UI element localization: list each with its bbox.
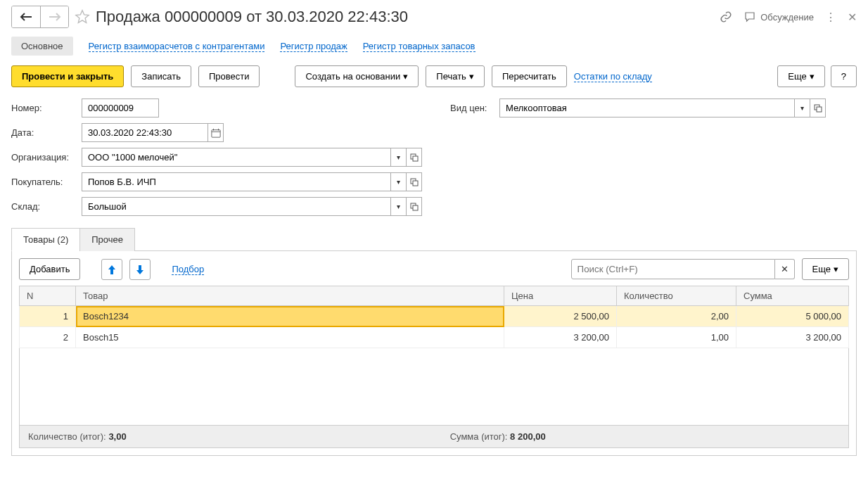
link-icon[interactable]	[720, 11, 732, 23]
search-clear-icon[interactable]: ✕	[775, 259, 795, 279]
cell-qty[interactable]: 2,00	[617, 306, 736, 327]
cell-sum[interactable]: 3 200,00	[736, 327, 849, 348]
svg-rect-9	[413, 205, 418, 210]
dropdown-icon[interactable]: ▾	[391, 172, 407, 191]
back-button[interactable]	[12, 6, 40, 27]
help-button[interactable]: ?	[831, 65, 857, 87]
org-input[interactable]	[82, 148, 391, 167]
cell-sum[interactable]: 5 000,00	[736, 306, 849, 327]
create-based-button[interactable]: Создать на основании ▾	[295, 65, 419, 87]
print-button[interactable]: Печать ▾	[426, 65, 485, 87]
goods-table: N Товар Цена Количество Сумма 1 Bosch123…	[19, 286, 849, 348]
create-based-label: Создать на основании	[305, 71, 400, 82]
qty-total-label: Количество (итог):	[28, 431, 106, 442]
stock-balance-link[interactable]: Остатки по складу	[574, 71, 652, 82]
dropdown-icon[interactable]: ▾	[391, 197, 407, 216]
table-row[interactable]: 1 Bosch1234 2 500,00 2,00 5 000,00	[20, 306, 849, 327]
open-icon[interactable]	[407, 148, 422, 167]
write-button[interactable]: Записать	[131, 65, 191, 87]
svg-rect-7	[413, 181, 418, 186]
more-button[interactable]: Еще ▾	[777, 65, 824, 87]
col-sum[interactable]: Сумма	[736, 286, 849, 306]
number-input[interactable]	[82, 98, 159, 117]
cell-n[interactable]: 1	[20, 306, 76, 327]
svg-rect-0	[211, 129, 219, 137]
move-down-button[interactable]	[129, 259, 151, 280]
cell-n[interactable]: 2	[20, 327, 76, 348]
nav-reg-settlements[interactable]: Регистр взаиморасчетов с контрагентами	[89, 41, 265, 52]
dropdown-icon[interactable]: ▾	[795, 98, 810, 117]
favorite-star-icon[interactable]	[75, 9, 90, 25]
close-icon[interactable]: ✕	[848, 11, 857, 24]
sum-total-value: 8 200,00	[510, 431, 546, 442]
discussion-label: Обсуждение	[760, 12, 814, 23]
qty-total-value: 3,00	[108, 431, 126, 442]
svg-rect-5	[413, 156, 418, 161]
nav-reg-stock[interactable]: Регистр товарных запасов	[363, 41, 476, 52]
date-label: Дата:	[11, 127, 82, 138]
col-qty[interactable]: Количество	[617, 286, 736, 306]
totals-bar: Количество (итог): 3,00 Сумма (итог): 8 …	[19, 426, 849, 448]
open-icon[interactable]	[810, 98, 826, 117]
svg-rect-11	[817, 107, 822, 112]
more-label: Еще	[788, 71, 806, 82]
search-input[interactable]	[571, 259, 775, 279]
nav-main[interactable]: Основное	[11, 37, 73, 56]
post-and-close-button[interactable]: Провести и закрыть	[11, 65, 124, 87]
grid-blank-area	[19, 348, 849, 426]
page-title: Продажа 000000009 от 30.03.2020 22:43:30	[96, 8, 408, 26]
more-grid-label: Еще	[812, 264, 831, 274]
org-label: Организация:	[11, 152, 82, 163]
chevron-down-icon: ▾	[810, 71, 815, 82]
post-button[interactable]: Провести	[198, 65, 260, 87]
open-icon[interactable]	[407, 197, 422, 216]
chevron-down-icon: ▾	[469, 71, 474, 82]
chevron-down-icon: ▾	[403, 71, 408, 82]
tab-other[interactable]: Прочее	[79, 228, 135, 251]
col-product[interactable]: Товар	[76, 286, 504, 306]
tab-goods[interactable]: Товары (2)	[11, 228, 80, 251]
number-label: Номер:	[11, 103, 82, 113]
discussion-button[interactable]: Обсуждение	[743, 11, 814, 23]
price-type-label: Вид цен:	[450, 103, 499, 113]
nav-reg-sales[interactable]: Регистр продаж	[280, 41, 347, 52]
calendar-icon[interactable]	[208, 123, 224, 142]
date-input[interactable]	[82, 123, 208, 142]
warehouse-label: Склад:	[11, 201, 82, 212]
buyer-input[interactable]	[82, 172, 391, 191]
cell-product[interactable]: Bosch1234	[76, 306, 504, 327]
more-menu-icon[interactable]: ⋮	[825, 11, 836, 24]
col-price[interactable]: Цена	[504, 286, 617, 306]
cell-price[interactable]: 3 200,00	[504, 327, 617, 348]
table-row[interactable]: 2 Bosch15 3 200,00 1,00 3 200,00	[20, 327, 849, 348]
col-n[interactable]: N	[20, 286, 76, 306]
dropdown-icon[interactable]: ▾	[391, 148, 407, 167]
pick-link[interactable]: Подбор	[172, 264, 204, 275]
warehouse-input[interactable]	[82, 197, 391, 216]
chevron-down-icon: ▾	[834, 264, 838, 274]
cell-price[interactable]: 2 500,00	[504, 306, 617, 327]
more-grid-button[interactable]: Еще ▾	[802, 258, 849, 280]
nav-buttons	[11, 6, 69, 28]
open-icon[interactable]	[407, 172, 422, 191]
price-type-input[interactable]	[499, 98, 795, 117]
add-button[interactable]: Добавить	[19, 258, 80, 280]
recalc-button[interactable]: Пересчитать	[492, 65, 567, 87]
buyer-label: Покупатель:	[11, 177, 82, 187]
cell-product[interactable]: Bosch15	[76, 327, 504, 348]
cell-qty[interactable]: 1,00	[617, 327, 736, 348]
print-label: Печать	[436, 71, 466, 82]
sum-total-label: Сумма (итог):	[450, 431, 508, 442]
forward-button	[40, 6, 68, 27]
move-up-button[interactable]	[101, 259, 122, 280]
